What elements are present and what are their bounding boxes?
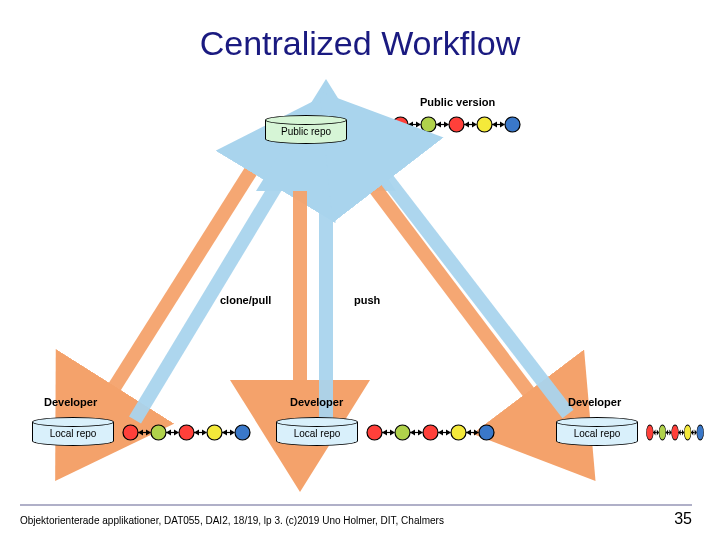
public-repo: Public repo [265,120,347,146]
developer-label-left: Developer [44,396,97,408]
page-number: 35 [674,510,692,528]
svg-point-39 [684,425,691,440]
commit-chain-mid [366,424,495,442]
svg-point-24 [367,425,382,440]
developer-label-mid: Developer [290,396,343,408]
clone-pull-label: clone/pull [220,294,271,306]
svg-line-9 [100,155,261,410]
local-repo-right-label: Local repo [556,428,638,439]
commit-chain-right [646,424,704,442]
svg-point-28 [423,425,438,440]
svg-point-21 [207,425,222,440]
developer-label-right: Developer [568,396,621,408]
svg-point-37 [672,425,679,440]
footer-divider [20,504,692,506]
local-repo-mid: Local repo [276,422,358,448]
svg-point-15 [123,425,138,440]
svg-point-26 [395,425,410,440]
commit-chain-left [122,424,251,442]
push-label: push [354,294,380,306]
svg-point-33 [646,425,653,440]
svg-line-14 [371,158,568,414]
svg-point-35 [659,425,666,440]
svg-point-41 [697,425,704,440]
footer-text: Objektorienterade applikationer, DAT055,… [20,515,444,526]
public-repo-label: Public repo [265,126,347,137]
svg-point-23 [235,425,250,440]
svg-line-13 [350,155,545,414]
svg-point-30 [451,425,466,440]
svg-point-32 [479,425,494,440]
local-repo-right: Local repo [556,422,638,448]
svg-line-10 [135,163,290,420]
local-repo-mid-label: Local repo [276,428,358,439]
svg-point-19 [179,425,194,440]
local-repo-left: Local repo [32,422,114,448]
local-repo-left-label: Local repo [32,428,114,439]
svg-point-17 [151,425,166,440]
workflow-arrows [0,0,720,540]
